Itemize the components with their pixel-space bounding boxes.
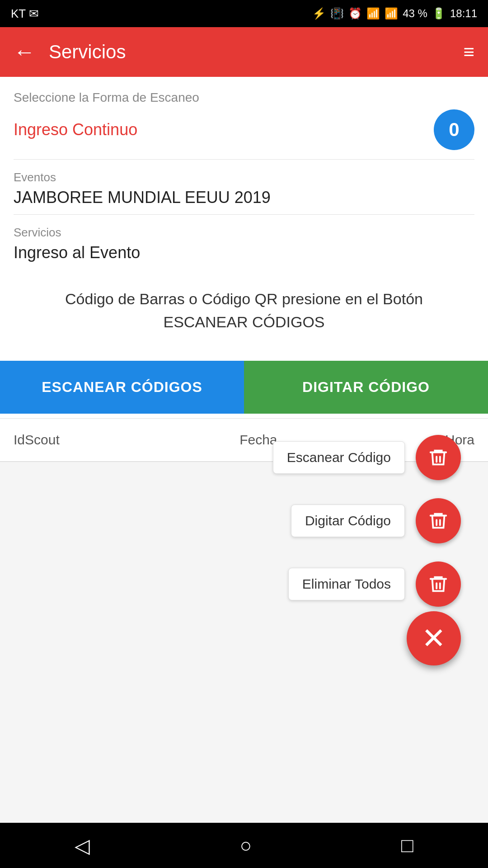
fab-area: Escanear Código Digitar Código Eliminar … (0, 462, 488, 688)
close-icon: ✕ (422, 624, 446, 653)
main-fab-close-button[interactable]: ✕ (407, 611, 461, 665)
scan-mode-value: Ingreso Continuo (14, 120, 137, 139)
type-code-button[interactable]: DIGITAR CÓDIGO (244, 361, 488, 414)
escanear-codigo-delete-button[interactable] (416, 435, 461, 480)
scan-mode-row: Ingreso Continuo 0 (14, 109, 474, 159)
eliminar-todos-delete-button[interactable] (416, 561, 461, 607)
digitar-codigo-delete-button[interactable] (416, 498, 461, 543)
scan-mode-label: Seleccione la Forma de Escaneo (14, 90, 474, 105)
event-field-section: Eventos JAMBOREE MUNDIAL EEUU 2019 (0, 160, 488, 214)
alarm-icon: ⏰ (348, 7, 362, 20)
service-value: Ingreso al Evento (14, 243, 474, 262)
scan-codes-button[interactable]: ESCANEAR CÓDIGOS (0, 361, 244, 414)
event-value: JAMBOREE MUNDIAL EEUU 2019 (14, 188, 474, 207)
home-nav-icon[interactable]: ○ (239, 834, 252, 857)
trash-icon-1 (428, 446, 449, 469)
counter-value: 0 (449, 119, 459, 141)
status-bar-left: KT ✉ (11, 7, 39, 21)
col-header-idscout: IdScout (14, 432, 187, 448)
battery-icon: 🔋 (432, 7, 446, 20)
status-bar-right: ⚡ 📳 ⏰ 📶 📶 43 % 🔋 18:11 (312, 7, 477, 20)
escanear-codigo-label: Escanear Código (273, 441, 405, 474)
page-title: Servicios (49, 41, 463, 63)
trash-icon-2 (428, 509, 449, 533)
scan-mode-section: Seleccione la Forma de Escaneo Ingreso C… (0, 77, 488, 159)
app-bar: ← Servicios ≡ (0, 27, 488, 77)
vibrate-icon: 📳 (330, 7, 344, 20)
bottom-nav: ◁ ○ □ (0, 823, 488, 868)
status-bar: KT ✉ ⚡ 📳 ⏰ 📶 📶 43 % 🔋 18:11 (0, 0, 488, 27)
bluetooth-icon: ⚡ (312, 7, 326, 20)
info-box: Código de Barras o Código QR presione en… (0, 269, 488, 352)
speed-dial-item-3: Eliminar Todos (288, 561, 461, 607)
signal-icon: 📶 (385, 7, 398, 20)
info-text: Código de Barras o Código QR presione en… (65, 290, 423, 330)
event-label: Eventos (14, 170, 474, 184)
speed-dial-container: Escanear Código Digitar Código Eliminar … (273, 435, 461, 607)
counter-badge: 0 (434, 109, 474, 150)
back-button[interactable]: ← (14, 41, 35, 63)
battery-text: 43 % (403, 7, 427, 20)
speed-dial-item-2: Digitar Código (291, 498, 461, 543)
menu-button[interactable]: ≡ (463, 41, 474, 63)
recents-nav-icon[interactable]: □ (401, 834, 413, 857)
digitar-codigo-label: Digitar Código (291, 505, 405, 537)
wifi-icon: 📶 (366, 7, 380, 20)
speed-dial-item-1: Escanear Código (273, 435, 461, 480)
eliminar-todos-label: Eliminar Todos (288, 568, 405, 600)
carrier-text: KT ✉ (11, 7, 39, 21)
action-buttons: ESCANEAR CÓDIGOS DIGITAR CÓDIGO (0, 361, 488, 414)
service-field-section: Servicios Ingreso al Evento (0, 215, 488, 269)
service-label: Servicios (14, 226, 474, 240)
back-nav-icon[interactable]: ◁ (75, 834, 90, 857)
main-content: Seleccione la Forma de Escaneo Ingreso C… (0, 77, 488, 462)
trash-icon-3 (428, 572, 449, 596)
time-text: 18:11 (450, 7, 477, 20)
